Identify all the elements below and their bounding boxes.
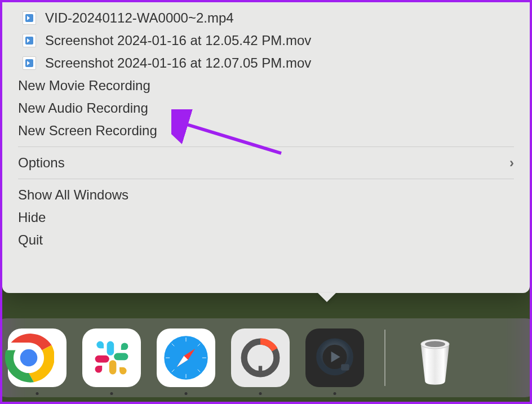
dock-item-slack[interactable] — [82, 328, 141, 387]
trash-icon — [410, 330, 460, 386]
svg-point-4 — [20, 349, 38, 367]
show-all-windows[interactable]: Show All Windows — [2, 184, 530, 206]
dock-item-screenshot-tool[interactable] — [231, 328, 290, 387]
chevron-right-icon: › — [509, 155, 514, 171]
screenshot-tool-icon — [238, 335, 283, 380]
svg-rect-22 — [259, 366, 262, 376]
chrome-icon — [3, 332, 54, 383]
hide-menu-item[interactable]: Hide — [2, 206, 530, 229]
running-indicator — [36, 392, 39, 395]
recent-file-label: Screenshot 2024-01-16 at 12.07.05 PM.mov — [45, 55, 311, 71]
quit-menu-item[interactable]: Quit — [2, 229, 530, 251]
recent-file-item[interactable]: VID-20240112-WA0000~2.mp4 — [2, 7, 530, 29]
svg-rect-8 — [95, 356, 109, 363]
menu-label: New Movie Recording — [18, 78, 150, 94]
svg-rect-5 — [107, 341, 114, 356]
quicktime-icon — [312, 335, 357, 380]
recent-file-label: Screenshot 2024-01-16 at 12.05.42 PM.mov — [45, 33, 311, 48]
new-audio-recording[interactable]: New Audio Recording — [2, 97, 530, 119]
video-file-icon — [23, 34, 36, 47]
slack-icon — [92, 338, 131, 378]
menu-label: New Audio Recording — [18, 100, 148, 116]
running-indicator — [110, 392, 113, 395]
menu-label: Show All Windows — [18, 187, 128, 203]
menu-label: Options — [18, 155, 65, 171]
video-file-icon — [23, 11, 36, 25]
svg-rect-6 — [114, 353, 128, 361]
svg-marker-25 — [331, 352, 340, 362]
dock-item-safari[interactable] — [157, 328, 215, 387]
safari-icon — [161, 332, 211, 383]
dock-separator — [384, 330, 385, 386]
svg-rect-24 — [341, 364, 349, 370]
dock-item-trash[interactable] — [406, 328, 464, 387]
recent-file-item[interactable]: Screenshot 2024-01-16 at 12.07.05 PM.mov — [2, 52, 530, 74]
dock-item-quicktime[interactable] — [305, 328, 364, 387]
menu-label: Hide — [18, 210, 46, 225]
quicktime-context-menu: VID-20240112-WA0000~2.mp4 Screenshot 202… — [2, 2, 530, 293]
recent-file-label: VID-20240112-WA0000~2.mp4 — [45, 10, 234, 26]
new-screen-recording[interactable]: New Screen Recording — [2, 119, 530, 142]
menu-pointer-triangle — [318, 293, 336, 302]
svg-rect-7 — [109, 360, 117, 374]
video-file-icon — [23, 56, 36, 70]
running-indicator — [334, 392, 336, 395]
dock-item-chrome[interactable] — [8, 328, 66, 387]
recent-file-item[interactable]: Screenshot 2024-01-16 at 12.05.42 PM.mov — [2, 29, 530, 52]
menu-separator — [18, 179, 514, 179]
options-menu-item[interactable]: Options › — [2, 152, 530, 174]
svg-point-27 — [425, 341, 445, 347]
dock — [0, 318, 532, 397]
menu-separator — [18, 146, 514, 147]
new-movie-recording[interactable]: New Movie Recording — [2, 74, 530, 97]
running-indicator — [185, 392, 188, 395]
running-indicator — [259, 392, 262, 395]
menu-label: Quit — [18, 232, 43, 248]
menu-label: New Screen Recording — [18, 123, 157, 139]
